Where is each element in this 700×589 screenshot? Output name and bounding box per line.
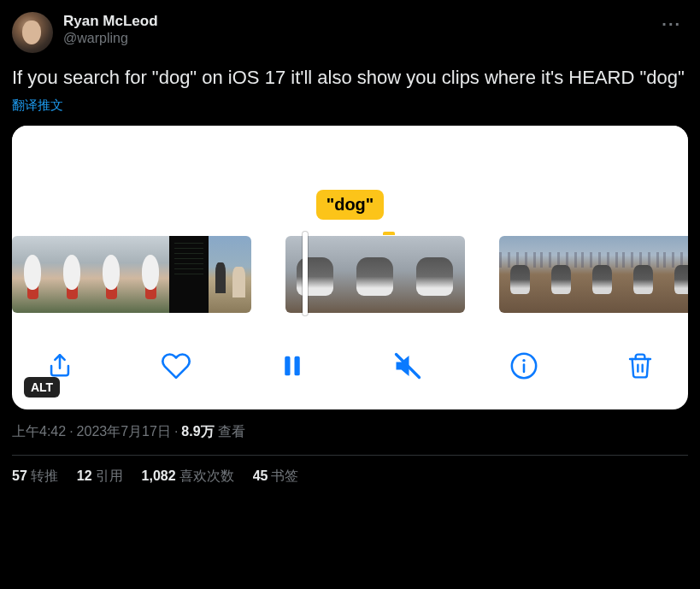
likes-label: 喜欢次数: [179, 468, 234, 483]
timeline-frame: [405, 236, 465, 313]
tweet-text: If you search for "dog" on iOS 17 it'll …: [12, 65, 688, 91]
timeline-frame: [345, 236, 405, 313]
quotes-stat[interactable]: 12引用: [77, 468, 123, 486]
meta-sep: ·: [174, 424, 178, 439]
views-label[interactable]: 查看: [218, 423, 245, 441]
tweet-stats: 57转推 12引用 1,082喜欢次数 45书签: [12, 468, 688, 486]
views-count: 8.9万: [181, 423, 214, 441]
video-timeline[interactable]: [12, 235, 688, 314]
like-button[interactable]: [159, 349, 193, 383]
quotes-label: 引用: [96, 468, 123, 483]
svg-rect-1: [294, 356, 299, 375]
heart-icon: [161, 350, 191, 381]
timeline-frame: [51, 236, 91, 313]
tweet-date[interactable]: 2023年7月17日: [77, 423, 171, 441]
timeline-frame: [130, 236, 169, 313]
mute-button[interactable]: [391, 349, 425, 383]
playhead[interactable]: [303, 232, 308, 315]
translate-link[interactable]: 翻译推文: [12, 97, 63, 114]
pause-button[interactable]: [275, 349, 309, 383]
bookmarks-label: 书签: [271, 468, 298, 483]
info-icon: [509, 351, 538, 380]
more-button[interactable]: ···: [655, 12, 688, 36]
timeline-frame: [540, 236, 581, 313]
tweet-time[interactable]: 上午4:42: [12, 423, 66, 441]
tweet-header: Ryan McLeod @warpling ···: [12, 12, 688, 53]
display-name[interactable]: Ryan McLeod: [63, 12, 644, 30]
timeline-frame: [499, 236, 540, 313]
caption-tooltip: "dog": [306, 190, 395, 237]
timeline-frame: [91, 236, 130, 313]
media-whitespace: [12, 126, 688, 196]
info-button[interactable]: [507, 349, 541, 383]
svg-point-5: [522, 359, 525, 362]
video-controls: [12, 341, 688, 391]
divider: [12, 455, 688, 456]
likes-count: 1,082: [142, 468, 176, 483]
timeline-frame: [169, 236, 209, 313]
avatar[interactable]: [12, 12, 53, 53]
more-icon: ···: [662, 15, 681, 33]
caption-tooltip-label: "dog": [316, 190, 385, 220]
delete-button[interactable]: [623, 349, 657, 383]
clip-group-1[interactable]: [12, 236, 251, 313]
meta-sep: ·: [69, 424, 73, 439]
share-icon: [45, 351, 74, 380]
timeline-frame: [581, 236, 622, 313]
user-handle[interactable]: @warpling: [63, 30, 644, 48]
mute-icon: [392, 350, 423, 381]
retweets-stat[interactable]: 57转推: [12, 468, 58, 486]
likes-stat[interactable]: 1,082喜欢次数: [142, 468, 234, 486]
timeline-frame: [663, 236, 688, 313]
svg-rect-0: [285, 356, 290, 375]
timeline-frame: [285, 236, 345, 313]
media-card[interactable]: "dog": [12, 126, 688, 409]
bookmarks-count: 45: [253, 468, 268, 483]
pause-icon: [279, 351, 305, 380]
retweets-label: 转推: [31, 468, 58, 483]
timeline-frame: [12, 236, 51, 313]
alt-badge[interactable]: ALT: [24, 377, 60, 398]
retweets-count: 57: [12, 468, 27, 483]
user-block: Ryan McLeod @warpling: [63, 12, 644, 48]
tweet: Ryan McLeod @warpling ··· If you search …: [12, 12, 688, 486]
clip-group-3[interactable]: [499, 236, 688, 313]
timeline-frame: [209, 236, 251, 313]
clip-group-2[interactable]: [285, 236, 465, 313]
timeline-frame: [622, 236, 663, 313]
trash-icon: [626, 351, 654, 380]
tweet-meta: 上午4:42 · 2023年7月17日 · 8.9万 查看: [12, 423, 688, 441]
quotes-count: 12: [77, 468, 92, 483]
bookmarks-stat[interactable]: 45书签: [253, 468, 299, 486]
